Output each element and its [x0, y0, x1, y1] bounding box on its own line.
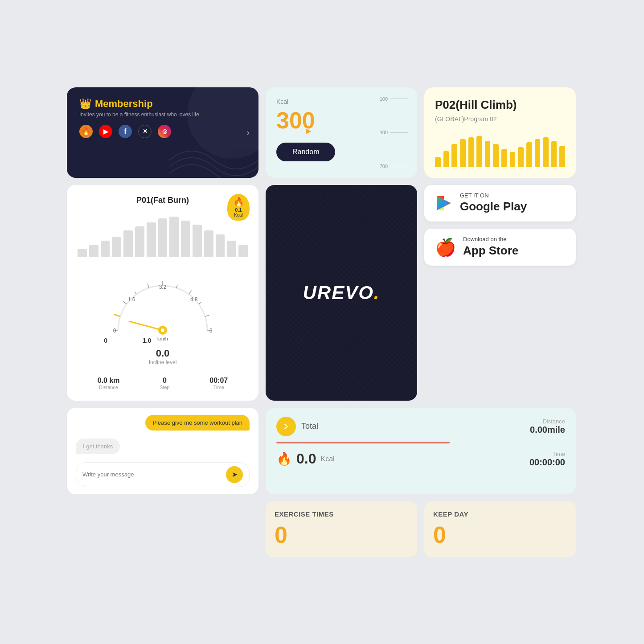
send-icon: ➤ — [232, 470, 238, 479]
keep-day-title: KEEP DAY — [433, 510, 567, 518]
youtube-icon[interactable]: ▶ — [99, 125, 112, 138]
total-stats-row: 🔥 0.0 Kcal Time 00:00:00 — [276, 451, 565, 468]
time-value-right: 00:00:00 — [529, 457, 565, 468]
chat-input[interactable] — [82, 471, 222, 478]
p02-bar — [501, 149, 507, 167]
p02-bar — [476, 136, 482, 167]
p02-bar — [485, 141, 491, 167]
workout-bar — [101, 241, 110, 257]
p02-bar — [468, 137, 474, 167]
p02-bar — [510, 152, 516, 167]
kcal-arrow-icon: ▶ — [306, 127, 311, 135]
workout-stats-row: 0.0 km Distance 0 Step 00:07 Time — [78, 371, 248, 390]
svg-line-6 — [176, 285, 177, 288]
svg-line-8 — [199, 302, 201, 304]
p02-bar — [443, 151, 449, 167]
membership-subtitle: Invites you to be a fitness enthusiast w… — [79, 111, 246, 118]
workout-bar — [78, 249, 87, 257]
urevo-logo-card: UREVO. — [266, 185, 417, 401]
workout-bar — [135, 226, 144, 257]
google-play-button[interactable]: GET IT ON Google Play — [424, 185, 576, 222]
workout-bar — [158, 218, 168, 257]
scale-100: 100 — [380, 96, 388, 102]
total-coin-icon — [276, 417, 296, 436]
workout-bar — [123, 230, 133, 257]
crown-icon: 👑 — [79, 98, 91, 110]
keep-day-card: KEEP DAY 0 — [424, 501, 576, 557]
svg-text:4.8: 4.8 — [190, 296, 198, 303]
kcal-label: Kcal — [276, 98, 288, 105]
svg-line-16 — [114, 314, 120, 316]
random-button[interactable]: Random — [276, 143, 335, 161]
total-flame-icon: 🔥 — [276, 451, 292, 466]
svg-line-7 — [189, 291, 192, 294]
distance-value: 0.0 km — [98, 377, 120, 385]
p02-bar — [559, 146, 565, 167]
distance-label: Distance — [98, 385, 120, 390]
keep-day-value: 0 — [433, 521, 567, 548]
app-store-name: App Store — [463, 243, 518, 258]
total-kcal-row: 🔥 0.0 Kcal — [276, 451, 335, 467]
exercise-times-card: EXERCISE TIMES 0 — [266, 501, 417, 557]
app-store-text: Download on the App Store — [463, 236, 518, 258]
chat-incoming-bubble: I get,thanks — [76, 439, 120, 454]
distance-stat: 0.0 km Distance — [98, 377, 120, 390]
svg-text:0: 0 — [113, 328, 116, 334]
x-twitter-icon[interactable]: ✕ — [138, 125, 152, 138]
membership-card: 👑 Membership Invites you to be a fitness… — [67, 87, 258, 178]
p02-bar — [518, 147, 524, 167]
total-kcal-value: 0.0 — [296, 451, 316, 467]
flame-value: 0.1 — [235, 207, 242, 213]
p02-title: P02(Hill Climb) — [435, 98, 565, 112]
app-store-button[interactable]: 🍎 Download on the App Store — [424, 229, 576, 266]
incline-value: 0.0 — [78, 348, 248, 359]
fire-social-icon[interactable]: 🔥 — [79, 125, 93, 138]
svg-line-3 — [135, 291, 136, 294]
scale-400: 400 — [380, 130, 388, 135]
workout-bar — [204, 230, 213, 257]
workout-bar — [238, 245, 248, 257]
workout-bar — [147, 222, 156, 257]
workout-bar — [169, 217, 179, 257]
total-kcal-unit: Kcal — [320, 455, 334, 463]
chat-outgoing-bubble: Please give me some workout plan — [145, 415, 250, 431]
svg-text:3.2: 3.2 — [159, 284, 167, 290]
exercise-keep-grid: EXERCISE TIMES 0 KEEP DAY 0 — [266, 501, 576, 557]
p02-bar — [535, 139, 541, 167]
distance-label-right: Distance — [530, 418, 565, 425]
total-stats-card: Total Distance 0.00mile 🔥 0.0 Kcal Time … — [266, 408, 576, 494]
send-button[interactable]: ➤ — [226, 466, 243, 483]
membership-title: Membership — [95, 98, 153, 110]
workout-bar — [112, 237, 121, 257]
p02-subtitle: (GLOBAL)Program 02 — [435, 115, 565, 123]
svg-point-19 — [161, 328, 164, 332]
flame-icon: 🔥 — [233, 197, 244, 207]
p02-bar — [551, 141, 557, 167]
google-play-icon — [435, 194, 453, 212]
chat-input-row: ➤ — [76, 462, 250, 487]
time-label: Time — [209, 385, 228, 390]
workout-bar — [227, 241, 236, 257]
total-progress-bar — [276, 442, 450, 443]
workout-card: P01(Fat Burn) 🔥 0.1 Kcal — [67, 185, 258, 401]
google-play-pre: GET IT ON — [460, 192, 527, 200]
svg-text:km/h: km/h — [157, 336, 168, 341]
exercise-times-title: EXERCISE TIMES — [275, 510, 408, 518]
google-play-text: GET IT ON Google Play — [460, 192, 527, 215]
facebook-icon[interactable]: f — [119, 125, 132, 138]
workout-bar — [216, 234, 225, 257]
incline-section: 0.0 Incline level — [78, 348, 248, 365]
workout-bar — [181, 221, 190, 257]
google-play-name: Google Play — [460, 199, 527, 214]
time-value: 00:07 — [209, 377, 228, 385]
kcal-scale: 100 400 700 — [380, 96, 408, 169]
time-stat: 00:07 Time — [209, 377, 228, 390]
p02-bar — [543, 137, 549, 167]
app-store-pre: Download on the — [463, 236, 518, 243]
svg-line-9 — [205, 315, 209, 316]
svg-line-2 — [123, 301, 127, 304]
svg-point-26 — [282, 422, 291, 431]
incline-label: Incline level — [78, 359, 248, 365]
p02-bar — [460, 139, 466, 167]
step-stat: 0 Step — [160, 377, 170, 390]
